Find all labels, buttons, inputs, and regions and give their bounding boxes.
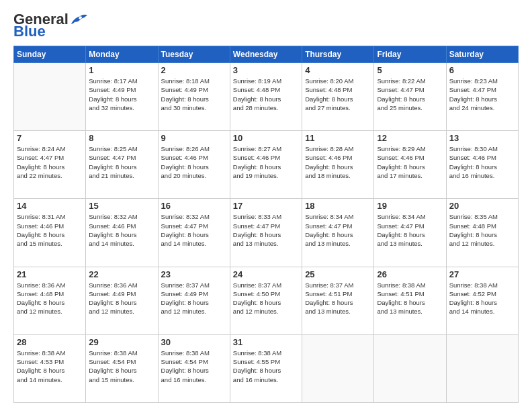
calendar-cell: 21Sunrise: 8:36 AMSunset: 4:48 PMDayligh… bbox=[14, 267, 86, 334]
day-number: 15 bbox=[89, 201, 154, 211]
day-number: 29 bbox=[89, 337, 154, 347]
day-info: Sunrise: 8:37 AMSunset: 4:49 PMDaylight:… bbox=[161, 281, 227, 316]
day-info: Sunrise: 8:38 AMSunset: 4:51 PMDaylight:… bbox=[377, 281, 443, 316]
calendar-cell: 12Sunrise: 8:29 AMSunset: 4:46 PMDayligh… bbox=[374, 131, 446, 199]
day-number: 16 bbox=[161, 201, 227, 211]
day-info: Sunrise: 8:32 AMSunset: 4:47 PMDaylight:… bbox=[161, 212, 227, 248]
day-info: Sunrise: 8:36 AMSunset: 4:48 PMDaylight:… bbox=[17, 281, 83, 316]
calendar-cell: 11Sunrise: 8:28 AMSunset: 4:46 PMDayligh… bbox=[302, 131, 374, 199]
day-number: 11 bbox=[305, 133, 371, 143]
week-row-4: 28Sunrise: 8:38 AMSunset: 4:53 PMDayligh… bbox=[14, 334, 519, 402]
calendar-cell: 30Sunrise: 8:38 AMSunset: 4:54 PMDayligh… bbox=[158, 334, 230, 402]
calendar-cell bbox=[446, 334, 518, 402]
day-info: Sunrise: 8:38 AMSunset: 4:53 PMDaylight:… bbox=[17, 349, 83, 384]
calendar-cell: 18Sunrise: 8:34 AMSunset: 4:47 PMDayligh… bbox=[302, 199, 374, 267]
logo: General Blue bbox=[13, 12, 87, 39]
day-info: Sunrise: 8:37 AMSunset: 4:50 PMDaylight:… bbox=[233, 281, 299, 316]
calendar-cell: 10Sunrise: 8:27 AMSunset: 4:46 PMDayligh… bbox=[230, 131, 302, 199]
calendar-cell: 16Sunrise: 8:32 AMSunset: 4:47 PMDayligh… bbox=[158, 199, 230, 267]
day-info: Sunrise: 8:25 AMSunset: 4:47 PMDaylight:… bbox=[89, 144, 154, 180]
day-info: Sunrise: 8:36 AMSunset: 4:49 PMDaylight:… bbox=[89, 281, 154, 316]
logo-blue: Blue bbox=[13, 24, 87, 39]
day-info: Sunrise: 8:35 AMSunset: 4:48 PMDaylight:… bbox=[449, 212, 515, 248]
day-info: Sunrise: 8:33 AMSunset: 4:47 PMDaylight:… bbox=[233, 212, 299, 248]
weekday-header-tuesday: Tuesday bbox=[158, 46, 230, 63]
day-number: 4 bbox=[305, 65, 371, 75]
weekday-header-thursday: Thursday bbox=[302, 46, 374, 63]
weekday-header-wednesday: Wednesday bbox=[230, 46, 302, 63]
page: General Blue SundayMondayTuesdayWednesda… bbox=[0, 0, 532, 411]
calendar-cell: 20Sunrise: 8:35 AMSunset: 4:48 PMDayligh… bbox=[446, 199, 518, 267]
day-number: 19 bbox=[377, 201, 443, 211]
day-number: 23 bbox=[161, 269, 227, 279]
calendar-cell: 25Sunrise: 8:37 AMSunset: 4:51 PMDayligh… bbox=[302, 267, 374, 334]
day-info: Sunrise: 8:30 AMSunset: 4:46 PMDaylight:… bbox=[449, 144, 515, 180]
day-info: Sunrise: 8:22 AMSunset: 4:47 PMDaylight:… bbox=[377, 77, 443, 112]
day-number: 26 bbox=[377, 269, 443, 279]
calendar-cell bbox=[302, 334, 374, 402]
day-info: Sunrise: 8:18 AMSunset: 4:49 PMDaylight:… bbox=[161, 77, 227, 112]
day-number: 8 bbox=[89, 133, 154, 143]
day-info: Sunrise: 8:38 AMSunset: 4:55 PMDaylight:… bbox=[233, 349, 299, 384]
day-number: 28 bbox=[17, 337, 83, 347]
weekday-header-friday: Friday bbox=[374, 46, 446, 63]
day-info: Sunrise: 8:34 AMSunset: 4:47 PMDaylight:… bbox=[305, 212, 371, 248]
day-number: 13 bbox=[449, 133, 515, 143]
calendar-cell: 22Sunrise: 8:36 AMSunset: 4:49 PMDayligh… bbox=[86, 267, 158, 334]
day-info: Sunrise: 8:17 AMSunset: 4:49 PMDaylight:… bbox=[89, 77, 154, 112]
calendar-cell: 31Sunrise: 8:38 AMSunset: 4:55 PMDayligh… bbox=[230, 334, 302, 402]
day-number: 20 bbox=[449, 201, 515, 211]
calendar-cell: 8Sunrise: 8:25 AMSunset: 4:47 PMDaylight… bbox=[86, 131, 158, 199]
day-number: 31 bbox=[233, 337, 299, 347]
day-info: Sunrise: 8:27 AMSunset: 4:46 PMDaylight:… bbox=[233, 144, 299, 180]
day-number: 27 bbox=[449, 269, 515, 279]
week-row-0: 1Sunrise: 8:17 AMSunset: 4:49 PMDaylight… bbox=[14, 63, 519, 131]
calendar-cell bbox=[374, 334, 446, 402]
calendar-cell: 7Sunrise: 8:24 AMSunset: 4:47 PMDaylight… bbox=[14, 131, 86, 199]
calendar-cell: 6Sunrise: 8:23 AMSunset: 4:47 PMDaylight… bbox=[446, 63, 518, 131]
day-info: Sunrise: 8:20 AMSunset: 4:48 PMDaylight:… bbox=[305, 77, 371, 112]
calendar-cell: 9Sunrise: 8:26 AMSunset: 4:46 PMDaylight… bbox=[158, 131, 230, 199]
calendar-cell: 3Sunrise: 8:19 AMSunset: 4:48 PMDaylight… bbox=[230, 63, 302, 131]
calendar-cell: 29Sunrise: 8:38 AMSunset: 4:54 PMDayligh… bbox=[86, 334, 158, 402]
weekday-header-sunday: Sunday bbox=[14, 46, 86, 63]
calendar-cell: 13Sunrise: 8:30 AMSunset: 4:46 PMDayligh… bbox=[446, 131, 518, 199]
day-number: 17 bbox=[233, 201, 299, 211]
calendar-cell: 4Sunrise: 8:20 AMSunset: 4:48 PMDaylight… bbox=[302, 63, 374, 131]
day-number: 2 bbox=[161, 65, 227, 75]
day-info: Sunrise: 8:28 AMSunset: 4:46 PMDaylight:… bbox=[305, 144, 371, 180]
day-info: Sunrise: 8:34 AMSunset: 4:47 PMDaylight:… bbox=[377, 212, 443, 248]
weekday-header-saturday: Saturday bbox=[446, 46, 518, 63]
day-info: Sunrise: 8:26 AMSunset: 4:46 PMDaylight:… bbox=[161, 144, 227, 180]
day-info: Sunrise: 8:37 AMSunset: 4:51 PMDaylight:… bbox=[305, 281, 371, 316]
day-info: Sunrise: 8:23 AMSunset: 4:47 PMDaylight:… bbox=[449, 77, 515, 112]
day-info: Sunrise: 8:19 AMSunset: 4:48 PMDaylight:… bbox=[233, 77, 299, 112]
day-number: 25 bbox=[305, 269, 371, 279]
calendar-cell: 2Sunrise: 8:18 AMSunset: 4:49 PMDaylight… bbox=[158, 63, 230, 131]
calendar-cell: 17Sunrise: 8:33 AMSunset: 4:47 PMDayligh… bbox=[230, 199, 302, 267]
day-info: Sunrise: 8:29 AMSunset: 4:46 PMDaylight:… bbox=[377, 144, 443, 180]
day-number: 14 bbox=[17, 201, 83, 211]
week-row-2: 14Sunrise: 8:31 AMSunset: 4:46 PMDayligh… bbox=[14, 199, 519, 267]
day-info: Sunrise: 8:31 AMSunset: 4:46 PMDaylight:… bbox=[17, 212, 83, 248]
day-number: 1 bbox=[89, 65, 154, 75]
day-number: 7 bbox=[17, 133, 83, 143]
weekday-header-row: SundayMondayTuesdayWednesdayThursdayFrid… bbox=[14, 46, 519, 63]
day-number: 6 bbox=[449, 65, 515, 75]
calendar: SundayMondayTuesdayWednesdayThursdayFrid… bbox=[13, 46, 519, 403]
calendar-cell: 14Sunrise: 8:31 AMSunset: 4:46 PMDayligh… bbox=[14, 199, 86, 267]
day-number: 5 bbox=[377, 65, 443, 75]
day-number: 22 bbox=[89, 269, 154, 279]
day-number: 30 bbox=[161, 337, 227, 347]
calendar-cell: 28Sunrise: 8:38 AMSunset: 4:53 PMDayligh… bbox=[14, 334, 86, 402]
week-row-1: 7Sunrise: 8:24 AMSunset: 4:47 PMDaylight… bbox=[14, 131, 519, 199]
day-number: 10 bbox=[233, 133, 299, 143]
calendar-cell: 26Sunrise: 8:38 AMSunset: 4:51 PMDayligh… bbox=[374, 267, 446, 334]
day-info: Sunrise: 8:24 AMSunset: 4:47 PMDaylight:… bbox=[17, 144, 83, 180]
day-info: Sunrise: 8:38 AMSunset: 4:54 PMDaylight:… bbox=[161, 349, 227, 384]
calendar-cell: 1Sunrise: 8:17 AMSunset: 4:49 PMDaylight… bbox=[86, 63, 158, 131]
day-number: 24 bbox=[233, 269, 299, 279]
weekday-header-monday: Monday bbox=[86, 46, 158, 63]
week-row-3: 21Sunrise: 8:36 AMSunset: 4:48 PMDayligh… bbox=[14, 267, 519, 334]
day-number: 21 bbox=[17, 269, 83, 279]
